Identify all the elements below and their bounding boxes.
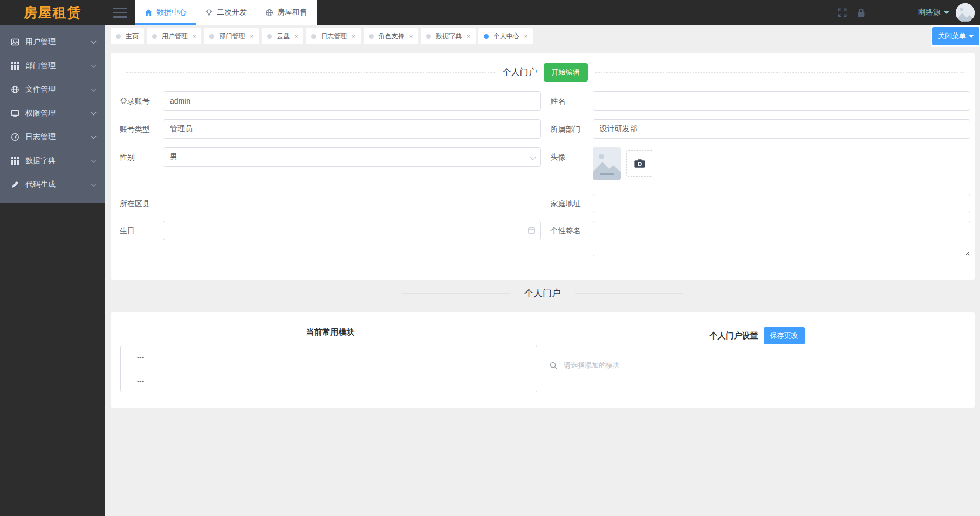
monitor-icon xyxy=(11,109,19,118)
close-menu-button[interactable]: 关闭菜单 xyxy=(932,27,979,45)
account-type-input[interactable] xyxy=(163,119,541,139)
app-window: 房屋租赁 用户管理 部门管理 文件管理 权限管理 xyxy=(0,0,980,516)
nav-item-label: 二次开发 xyxy=(217,8,247,17)
close-menu-wrap: 关闭菜单 xyxy=(931,25,980,47)
address-input[interactable] xyxy=(593,194,971,213)
tab-label: 主页 xyxy=(126,32,139,41)
signature-textarea[interactable] xyxy=(593,221,971,256)
lock-icon[interactable] xyxy=(856,8,866,18)
name-input[interactable] xyxy=(593,91,971,111)
current-modules-pane: 当前常用模块 --- --- xyxy=(117,327,544,408)
close-icon[interactable]: × xyxy=(467,33,470,39)
divider-line xyxy=(364,332,544,332)
user-menu[interactable]: 幽络源 xyxy=(918,8,949,17)
tab-home[interactable]: 主页 xyxy=(111,28,144,44)
sidebar-item-dept-mgmt[interactable]: 部门管理 xyxy=(0,54,105,78)
nav-item-data-center[interactable]: 数据中心 xyxy=(135,0,196,25)
portal-settings-title: 个人门户设置 xyxy=(710,331,758,341)
chevron-down-icon xyxy=(91,157,97,162)
portal-settings-divider: 个人门户设置 保存更改 xyxy=(544,327,970,344)
header-right: 幽络源 xyxy=(828,0,980,25)
tab-user-mgmt[interactable]: 用户管理× xyxy=(147,28,201,44)
close-icon[interactable]: × xyxy=(250,33,253,39)
bulb-icon xyxy=(205,9,213,17)
signature-label: 个性签名 xyxy=(541,221,593,240)
main-content: 个人门户 开始编辑 登录账号 姓名 账号类型 所属部门 xyxy=(105,47,980,516)
caret-down-icon xyxy=(944,11,949,14)
sidebar-item-log-mgmt[interactable]: 日志管理 xyxy=(0,125,105,149)
divider-line xyxy=(575,293,683,294)
tab-dot-icon xyxy=(369,34,374,39)
portal-section-divider: 个人门户 xyxy=(105,280,980,307)
chevron-down-icon xyxy=(91,86,97,91)
divider-line xyxy=(813,336,971,336)
tab-bar: 主页 用户管理× 部门管理× 云盘× 日志管理× 角色支持× 数据字典× 个人中… xyxy=(105,25,980,47)
save-changes-button[interactable]: 保存更改 xyxy=(764,327,805,344)
tab-label: 云盘 xyxy=(277,32,290,41)
tab-dot-icon xyxy=(311,34,316,39)
login-account-input[interactable] xyxy=(163,91,541,111)
department-input[interactable] xyxy=(593,119,971,139)
gender-label: 性别 xyxy=(120,147,163,167)
tab-personal-center[interactable]: 个人中心× xyxy=(478,28,533,44)
hamburger-menu-icon[interactable] xyxy=(105,0,135,25)
portal-form: 登录账号 姓名 账号类型 所属部门 性别 男 xyxy=(120,91,970,256)
birthday-date-input[interactable] xyxy=(163,221,541,240)
globe-icon xyxy=(265,9,273,17)
close-icon[interactable]: × xyxy=(294,33,298,39)
sidebar-item-label: 权限管理 xyxy=(25,108,92,118)
tab-label: 用户管理 xyxy=(162,32,188,41)
sidebar-item-code-gen[interactable]: 代码生成 xyxy=(0,173,105,196)
tab-label: 数据字典 xyxy=(436,32,462,41)
portal-section-title: 个人门户 xyxy=(524,287,561,300)
sidebar-item-perm-mgmt[interactable]: 权限管理 xyxy=(0,101,105,125)
close-icon[interactable]: × xyxy=(352,33,355,39)
sidebar-item-label: 日志管理 xyxy=(25,132,92,142)
sphere-icon xyxy=(11,85,19,94)
top-nav: 数据中心 二次开发 房屋租售 xyxy=(135,0,317,25)
grid-icon xyxy=(11,62,19,70)
login-account-label: 登录账号 xyxy=(120,91,163,111)
brand-logo: 房屋租赁 xyxy=(0,0,105,25)
tab-role-support[interactable]: 角色支持× xyxy=(364,28,418,44)
module-search-input[interactable] xyxy=(563,361,963,370)
tab-data-dict[interactable]: 数据字典× xyxy=(421,28,475,44)
username: 幽络源 xyxy=(918,8,941,17)
sidebar-item-user-mgmt[interactable]: 用户管理 xyxy=(0,30,105,54)
tab-dept-mgmt[interactable]: 部门管理× xyxy=(204,28,258,44)
sidebar-item-label: 用户管理 xyxy=(25,37,92,47)
name-label: 姓名 xyxy=(541,91,593,111)
nav-item-secondary-dev[interactable]: 二次开发 xyxy=(196,0,256,25)
top-header: 数据中心 二次开发 房屋租售 幽络源 xyxy=(105,0,980,25)
camera-icon xyxy=(634,158,646,169)
tab-dot-icon xyxy=(484,34,489,39)
divider-line xyxy=(544,336,701,336)
address-label: 家庭地址 xyxy=(541,194,593,213)
fullscreen-icon[interactable] xyxy=(837,8,847,18)
avatar-upload-button[interactable] xyxy=(626,150,653,177)
tab-label: 角色支持 xyxy=(379,32,405,41)
account-type-label: 账号类型 xyxy=(120,119,163,139)
sidebar-item-file-mgmt[interactable]: 文件管理 xyxy=(0,78,105,101)
close-icon[interactable]: × xyxy=(193,33,196,39)
pie-icon xyxy=(11,133,19,141)
avatar-label: 头像 xyxy=(541,147,593,167)
list-item[interactable]: --- xyxy=(121,369,537,392)
divider-line xyxy=(402,293,510,294)
portal-title: 个人门户 xyxy=(503,67,537,78)
nav-item-house-rental[interactable]: 房屋租售 xyxy=(256,0,317,25)
gender-select[interactable]: 男 xyxy=(163,147,541,167)
tab-cloud-disk[interactable]: 云盘× xyxy=(262,28,303,44)
nav-item-label: 房屋租售 xyxy=(277,8,307,17)
portal-card: 个人门户 开始编辑 登录账号 姓名 账号类型 所属部门 xyxy=(111,53,975,280)
close-icon[interactable]: × xyxy=(409,33,413,39)
user-avatar[interactable] xyxy=(956,3,975,22)
avatar-placeholder-image xyxy=(593,147,621,180)
start-edit-button[interactable]: 开始编辑 xyxy=(544,63,588,82)
modules-card: 当前常用模块 --- --- 个人门户设置 保存更改 xyxy=(111,312,975,408)
list-item[interactable]: --- xyxy=(121,345,537,369)
portal-settings-pane: 个人门户设置 保存更改 xyxy=(544,327,970,408)
tab-log-mgmt[interactable]: 日志管理× xyxy=(306,28,360,44)
close-icon[interactable]: × xyxy=(524,33,527,39)
sidebar-item-data-dict[interactable]: 数据字典 xyxy=(0,149,105,173)
